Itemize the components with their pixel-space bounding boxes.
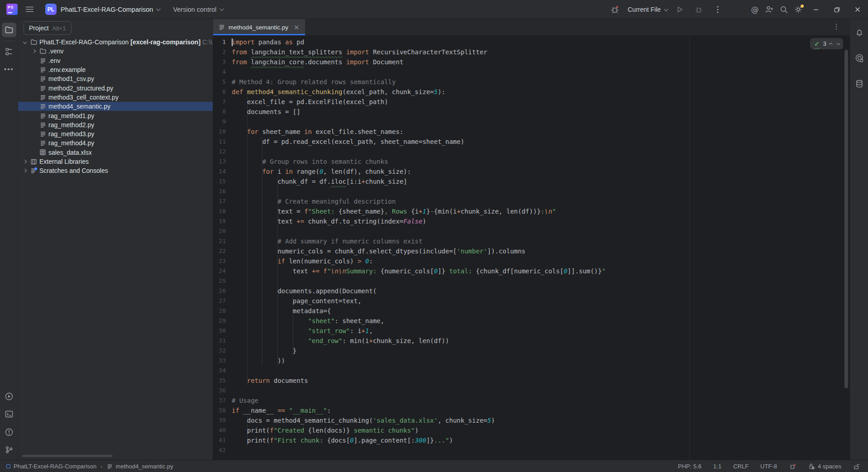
tree-item[interactable]: rag_method2.py	[18, 120, 213, 129]
code-line[interactable]: }	[213, 346, 846, 356]
code-line[interactable]: documents.append(Document(	[213, 286, 846, 296]
more-tool-windows-icon[interactable]: •••	[2, 62, 16, 76]
code-line[interactable]: "start_row": i+1,	[213, 326, 846, 336]
code-line[interactable]: text += chunk_df.to_string(index=False)	[213, 216, 846, 226]
tree-item[interactable]: Scratches and Consoles	[18, 166, 213, 175]
tree-item[interactable]: PhatLT-Excel-RAG-Comparison [excel-rag-c…	[18, 38, 213, 47]
ai-chat-icon[interactable]	[852, 51, 867, 65]
code-line[interactable]: df = pd.read_excel(excel_path, sheet_nam…	[213, 137, 846, 147]
php-version-widget[interactable]: PHP: 5.6	[678, 463, 701, 470]
debug-button[interactable]	[692, 3, 705, 16]
code-line[interactable]	[213, 147, 846, 157]
project-selector[interactable]: PhatLT-Excel-RAG-Comparison	[61, 6, 159, 13]
tab-options-kebab-icon[interactable]: ⋮	[833, 22, 840, 31]
tree-chevron-icon[interactable]	[21, 160, 29, 163]
tree-item[interactable]: .venv	[18, 47, 213, 56]
tree-chevron-icon[interactable]	[30, 50, 38, 52]
tree-item[interactable]: method3_cell_context.py	[18, 93, 213, 102]
structure-tool-window-icon[interactable]	[2, 44, 16, 59]
breadcrumb-file[interactable]: method4_semantic.py	[116, 463, 173, 470]
code-line[interactable]: # Usage	[213, 396, 846, 405]
search-everywhere-icon[interactable]	[777, 3, 791, 16]
database-icon[interactable]	[852, 76, 867, 91]
code-line[interactable]: "sheet": sheet_name,	[213, 316, 846, 326]
code-line[interactable]: text += f"\n\nSummary: {numeric_cols[0]}…	[213, 266, 846, 276]
code-line[interactable]: metadata={	[213, 306, 846, 316]
version-control-tool-window-icon[interactable]	[2, 443, 16, 457]
tree-item[interactable]: sales_data.xlsx	[18, 148, 213, 157]
code-line[interactable]: page_content=text,	[213, 296, 846, 306]
terminal-tool-window-icon[interactable]	[2, 407, 16, 421]
code-line[interactable]: from langchain_text_splitters import Rec…	[213, 47, 846, 57]
project-tool-window-icon[interactable]	[2, 23, 16, 37]
code-line[interactable]: print(f"First chunk: {docs[0].page_conte…	[213, 435, 846, 445]
tree-item[interactable]: .env	[18, 56, 213, 65]
code-line[interactable]	[213, 226, 846, 236]
editor-tab-method4-semantic[interactable]: method4_semantic.py ✕	[213, 19, 305, 35]
more-actions-kebab-icon[interactable]	[711, 3, 724, 16]
tree-horizontal-scrollbar[interactable]	[22, 455, 113, 457]
code-line[interactable]: # Group rows into semantic chunks	[213, 157, 846, 167]
code-line[interactable]	[213, 186, 846, 196]
code-line[interactable]: for sheet_name in excel_file.sheet_names…	[213, 127, 846, 137]
code-line[interactable]: if len(numeric_cols) > 0:	[213, 256, 846, 266]
code-line[interactable]: text = f"Sheet: {sheet_name}, Rows {i+1}…	[213, 206, 846, 216]
code-line[interactable]: return documents	[213, 376, 846, 386]
settings-gear-icon[interactable]	[791, 3, 806, 16]
project-avatar[interactable]: PL	[45, 4, 57, 15]
tree-item[interactable]: .env.example	[18, 65, 213, 74]
problems-tool-window-icon[interactable]	[2, 425, 16, 439]
tree-item[interactable]: method4_semantic.py	[18, 102, 213, 111]
code-line[interactable]: # Add summary if numeric columns exist	[213, 236, 846, 246]
code-with-me-icon[interactable]	[762, 3, 777, 16]
code-line[interactable]: ))	[213, 356, 846, 366]
breadcrumb-project[interactable]: PhatLT-Excel-RAG-Comparison	[14, 463, 96, 470]
code-line[interactable]: # Method 4: Group related rows semantica…	[213, 77, 846, 87]
line-ending-widget[interactable]: CRLF	[733, 463, 749, 470]
indent-widget[interactable]: 4 spaces	[808, 463, 841, 470]
run-tool-window-icon[interactable]	[2, 389, 16, 404]
editor-area[interactable]: method4_semantic.py ✕ ⋮ 1234567891011121…	[213, 19, 850, 460]
inspections-widget[interactable]: ✓ 3	[810, 38, 843, 49]
window-close-button[interactable]	[847, 0, 868, 19]
tree-item[interactable]: rag_method3.py	[18, 129, 213, 138]
code-line[interactable]	[213, 117, 846, 127]
code-line[interactable]	[213, 445, 846, 455]
debugger-unavailable-icon[interactable]: x	[609, 3, 621, 16]
tree-item[interactable]: method1_csv.py	[18, 74, 213, 83]
code-line[interactable]: from langchain_core.documents import Doc…	[213, 57, 846, 67]
code-line[interactable]	[213, 366, 846, 376]
window-minimize-button[interactable]	[806, 0, 826, 19]
code-line[interactable]: excel_file = pd.ExcelFile(excel_path)	[213, 97, 846, 107]
code-line[interactable]: documents = []	[213, 107, 846, 117]
previous-problem-icon[interactable]	[829, 43, 832, 46]
ai-assistant-icon[interactable]: @	[748, 3, 762, 16]
run-configuration-selector[interactable]: Current File	[628, 6, 667, 13]
tree-item[interactable]: rag_method4.py	[18, 138, 213, 148]
code-line[interactable]: "end_row": min(i+chunk_size, len(df))	[213, 336, 846, 346]
code-line[interactable]	[213, 67, 846, 77]
tree-item[interactable]: rag_method1.py	[18, 111, 213, 120]
vcs-widget[interactable]: Version control	[173, 6, 223, 13]
tree-chevron-icon[interactable]	[21, 41, 29, 43]
tab-close-icon[interactable]: ✕	[294, 24, 300, 31]
notifications-bell-icon[interactable]	[852, 25, 867, 40]
code-line[interactable]: import pandas as pd	[213, 37, 846, 47]
code-line[interactable]: if __name__ == "__main__":	[213, 405, 846, 415]
inspections-disabled-bug-icon[interactable]: x	[789, 462, 796, 470]
code-pane[interactable]: import pandas as pdfrom langchain_text_s…	[213, 35, 846, 455]
tree-item[interactable]: method2_structured.py	[18, 83, 213, 92]
code-line[interactable]: chunk_df = df.iloc[i:i+chunk_size]	[213, 176, 846, 186]
next-problem-icon[interactable]	[836, 41, 840, 45]
code-line[interactable]: for i in range(0, len(df), chunk_size):	[213, 167, 846, 176]
file-writable-lock-icon[interactable]	[853, 463, 860, 470]
window-restore-button[interactable]	[826, 0, 847, 19]
code-line[interactable]	[213, 386, 846, 396]
editor-vertical-scrollbar[interactable]	[844, 50, 848, 388]
caret-position-widget[interactable]: 1:1	[713, 463, 721, 470]
navigation-breadcrumb[interactable]: PhatLT-Excel-RAG-Comparison › method4_se…	[0, 463, 173, 470]
code-line[interactable]: # Create meaningful description	[213, 196, 846, 206]
run-button[interactable]	[673, 3, 686, 16]
tree-item[interactable]: External Libraries	[18, 157, 213, 166]
code-line[interactable]: print(f"Created {len(docs)} semantic chu…	[213, 425, 846, 435]
